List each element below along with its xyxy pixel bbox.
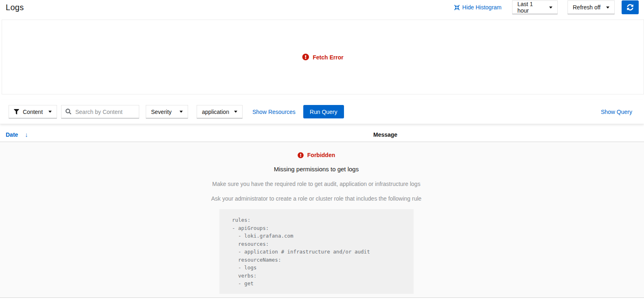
- page-header: Logs Hide Histogram Last 1 hour Refresh …: [0, 0, 644, 15]
- logs-table-body: Forbidden Missing permissions to get log…: [0, 142, 644, 298]
- sync-icon: [627, 4, 633, 11]
- caret-down-icon: [180, 111, 183, 113]
- refresh-interval-select[interactable]: Refresh off: [567, 0, 615, 14]
- forbidden-status: Forbidden: [0, 152, 633, 158]
- run-query-button[interactable]: Run Query: [303, 105, 344, 118]
- fetch-error-status: Fetch Error: [302, 54, 343, 61]
- sort-descending-icon: ↓: [25, 131, 28, 138]
- tenant-value: application: [202, 109, 229, 115]
- severity-label: Severity: [151, 109, 172, 115]
- caret-down-icon: [234, 111, 237, 113]
- tenant-dropdown[interactable]: application: [197, 105, 243, 118]
- content-filter-label: Content: [23, 109, 43, 115]
- date-column-label: Date: [6, 131, 18, 138]
- error-circle-icon: [302, 54, 309, 61]
- forbidden-description-1: Make sure you have the required role to …: [0, 181, 633, 187]
- caret-down-icon: [606, 7, 609, 9]
- search-icon: [66, 109, 71, 114]
- compress-icon: [454, 5, 460, 10]
- histogram-panel: Fetch Error: [2, 20, 644, 94]
- message-column-header: Message: [373, 131, 397, 138]
- filter-toolbar: Content Severity application Show Resour…: [0, 100, 644, 124]
- page-title: Logs: [6, 3, 24, 12]
- caret-down-icon: [48, 111, 52, 113]
- show-query-link[interactable]: Show Query: [601, 109, 632, 115]
- hide-histogram-label: Hide Histogram: [462, 4, 502, 11]
- forbidden-subtitle: Missing permissions to get logs: [0, 166, 633, 173]
- time-range-value: Last 1 hour: [517, 1, 545, 14]
- caret-down-icon: [549, 7, 552, 9]
- content-search: [61, 105, 139, 118]
- refresh-interval-value: Refresh off: [573, 4, 600, 11]
- required-rule-code-block: rules: - apiGroups: - loki.grafana.com r…: [219, 209, 414, 294]
- time-range-select[interactable]: Last 1 hour: [512, 0, 558, 14]
- hide-histogram-link[interactable]: Hide Histogram: [454, 4, 502, 11]
- filter-icon: [14, 109, 19, 114]
- severity-dropdown[interactable]: Severity: [146, 105, 188, 118]
- fetch-error-label: Fetch Error: [313, 54, 343, 60]
- logs-table-header: Date ↓ Message: [0, 127, 644, 142]
- forbidden-title: Forbidden: [307, 152, 335, 158]
- logs-page: Logs Hide Histogram Last 1 hour Refresh …: [0, 0, 644, 306]
- show-resources-link[interactable]: Show Resources: [252, 109, 296, 115]
- search-input[interactable]: [61, 105, 139, 118]
- header-controls: Hide Histogram Last 1 hour Refresh off: [454, 0, 639, 14]
- content-filter-dropdown[interactable]: Content: [9, 105, 57, 118]
- date-column-header[interactable]: Date ↓: [6, 131, 28, 138]
- forbidden-description-2: Ask your administrator to create a role …: [0, 195, 633, 202]
- refresh-button[interactable]: [622, 0, 639, 14]
- error-circle-icon: [298, 152, 304, 158]
